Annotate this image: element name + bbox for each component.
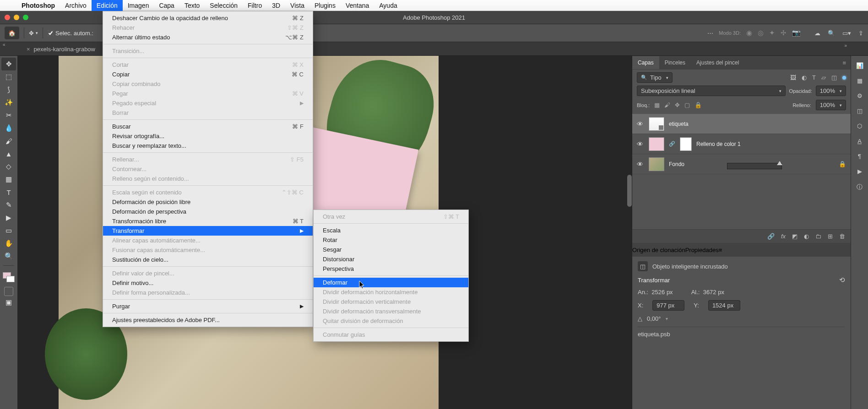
autoselect-checkbox[interactable]: Selec. autom.: — [48, 30, 93, 37]
menu-item[interactable]: Deshacer Cambio de la opacidad de rellen… — [103, 13, 313, 23]
mac-menu-selección[interactable]: Selección — [205, 0, 243, 11]
stamp-tool[interactable]: ▲ — [1, 147, 16, 160]
screenmode-toggle[interactable]: ▣ — [1, 296, 16, 309]
layer-etiqueta[interactable]: 👁 etiqueta — [632, 114, 851, 134]
menu-item[interactable]: Ajustes preestablecidos de Adobe PDF... — [103, 315, 313, 325]
mac-menu-filtro[interactable]: Filtro — [243, 0, 267, 11]
panel-menu-icon[interactable]: ≡ — [719, 247, 722, 253]
link-icon[interactable]: 🔗 — [669, 141, 675, 147]
search-icon[interactable]: 🔍 — [828, 30, 835, 37]
doc-tab-0[interactable]: ×pexels-karolina-grabow — [21, 43, 101, 55]
visibility-icon[interactable]: 👁 — [637, 120, 644, 128]
mode3d-icons[interactable]: ◉◎✦✢📷 — [746, 29, 801, 37]
filter-toggle-dot[interactable] — [842, 76, 846, 80]
color-swatch[interactable] — [3, 272, 15, 282]
x-field[interactable]: 977 px — [652, 300, 684, 311]
mac-menu-vista[interactable]: Vista — [285, 0, 309, 11]
path-select-tool[interactable]: ▶ — [1, 211, 16, 224]
fill-field[interactable]: 100%▾ — [816, 100, 846, 110]
layer-thumb[interactable] — [649, 117, 664, 131]
mac-menu-ventana[interactable]: Ventana — [341, 0, 374, 11]
mac-menu-ayuda[interactable]: Ayuda — [374, 0, 402, 11]
menu-item[interactable]: Deformación de perspectiva — [103, 207, 313, 216]
menu-item[interactable]: Definir motivo... — [103, 278, 313, 288]
app-menu-photoshop[interactable]: Photoshop — [16, 0, 60, 11]
layer-name-label[interactable]: Fondo — [669, 161, 684, 167]
angle-field[interactable]: 0,00° — [647, 315, 661, 322]
opacity-field[interactable]: 100%▾ — [816, 86, 846, 96]
filter-adjust-icon[interactable]: ◐ — [802, 74, 807, 81]
pen-tool[interactable]: ✎ — [1, 199, 16, 211]
layer-name-label[interactable]: etiqueta — [669, 121, 689, 127]
lock-icon[interactable]: 🔒 — [839, 161, 846, 167]
filter-shape-icon[interactable]: ▱ — [821, 74, 826, 81]
scrollbar-vertical[interactable] — [627, 175, 632, 207]
group-icon[interactable]: 🗀 — [815, 233, 821, 240]
eraser-tool[interactable]: ◇ — [1, 160, 16, 173]
home-button[interactable]: 🏠 — [5, 27, 19, 39]
tab-propiedades[interactable]: Propiedades — [685, 247, 719, 253]
brush-tool[interactable]: 🖌 — [1, 135, 16, 147]
tab-ajustes-pincel[interactable]: Ajustes del pincel — [691, 56, 744, 69]
menu-item[interactable]: Revisar ortografía... — [103, 131, 313, 141]
overflow-icon[interactable]: ⋯ — [707, 30, 713, 37]
menu-item[interactable]: Deformación de posición libre — [103, 197, 313, 207]
workspace-icon[interactable]: ▭▾ — [842, 30, 851, 37]
visibility-icon[interactable]: 👁 — [637, 161, 644, 168]
hand-tool[interactable]: ✋ — [1, 237, 16, 250]
layer-thumb[interactable] — [649, 157, 664, 171]
link-layers-icon[interactable]: 🔗 — [767, 233, 775, 240]
filter-smart-icon[interactable]: ◫ — [831, 74, 837, 81]
menu-item[interactable]: Buscar⌘ F — [103, 122, 313, 131]
fx-icon[interactable]: fx — [781, 233, 786, 240]
adjustment-icon[interactable]: ◐ — [804, 233, 809, 240]
menu-item[interactable]: Perspectiva — [314, 264, 468, 274]
info-icon[interactable]: ⓘ — [857, 183, 863, 191]
menu-item[interactable]: Transformar▶ — [103, 226, 313, 236]
tab-capas[interactable]: Capas — [632, 56, 659, 69]
paragraph-icon[interactable]: ¶ — [858, 153, 861, 160]
type-tool[interactable]: T — [1, 186, 16, 199]
menu-item[interactable]: Escala — [314, 226, 468, 235]
tab-pinceles[interactable]: Pinceles — [659, 56, 691, 69]
move-tool[interactable]: ✥ — [1, 58, 16, 70]
mask-icon[interactable]: ◩ — [792, 233, 797, 240]
layer-thumb[interactable] — [649, 137, 664, 151]
swatches-icon[interactable]: ▦ — [857, 77, 863, 84]
histogram-icon[interactable]: 📊 — [856, 62, 863, 69]
new-layer-icon[interactable]: ⊞ — [828, 233, 833, 240]
lock-artboard-icon[interactable]: ▢ — [684, 102, 690, 108]
panel-collapse-icon[interactable]: « — [3, 42, 5, 47]
mac-menu-edición[interactable]: Edición — [92, 0, 123, 11]
mac-menu-imagen[interactable]: Imagen — [123, 0, 154, 11]
menu-item[interactable]: Buscar y reemplazar texto... — [103, 141, 313, 151]
panel-menu-icon[interactable]: ≡ — [838, 59, 851, 66]
layer-mask-thumb[interactable] — [680, 137, 692, 151]
mac-menu-archivo[interactable]: Archivo — [60, 0, 92, 11]
reset-transform-icon[interactable]: ⟲ — [839, 276, 845, 284]
menu-item[interactable]: Alternar último estado⌥⌘ Z — [103, 32, 313, 42]
opacity-slider-popup[interactable] — [727, 163, 782, 169]
quickmask-toggle[interactable] — [4, 287, 13, 296]
menu-item[interactable]: Distorsionar — [314, 254, 468, 264]
panel-collapse-right-icon[interactable]: » — [844, 43, 847, 48]
menu-item[interactable]: Purgar▶ — [103, 301, 313, 311]
mac-menu-3d[interactable]: 3D — [267, 0, 285, 11]
libraries-icon[interactable]: ◫ — [857, 108, 863, 114]
menu-item[interactable]: Copiar⌘ C — [103, 70, 313, 79]
wand-tool[interactable]: ✨ — [1, 96, 16, 109]
lock-brush-icon[interactable]: 🖌 — [664, 102, 670, 108]
menu-item[interactable]: Rotar — [314, 235, 468, 245]
cloud-icon[interactable]: ☁ — [814, 30, 820, 37]
mac-menu-texto[interactable]: Texto — [179, 0, 205, 11]
window-controls[interactable] — [5, 15, 28, 20]
menu-item[interactable]: Transformación libre⌘ T — [103, 216, 313, 226]
tab-origen-clonacion[interactable]: Origen de clonación — [632, 247, 685, 253]
mac-menu-plugins[interactable]: Plugins — [309, 0, 341, 11]
lock-pixels-icon[interactable]: ▦ — [654, 102, 660, 108]
blend-mode-dropdown[interactable]: Subexposición lineal▾ — [637, 86, 786, 96]
layer-relleno-color[interactable]: 👁 🔗 Relleno de color 1 — [632, 134, 851, 154]
share-icon[interactable]: ⇪ — [858, 30, 863, 37]
crop-tool[interactable]: ✂ — [1, 109, 16, 122]
y-field[interactable]: 1524 px — [708, 300, 740, 311]
